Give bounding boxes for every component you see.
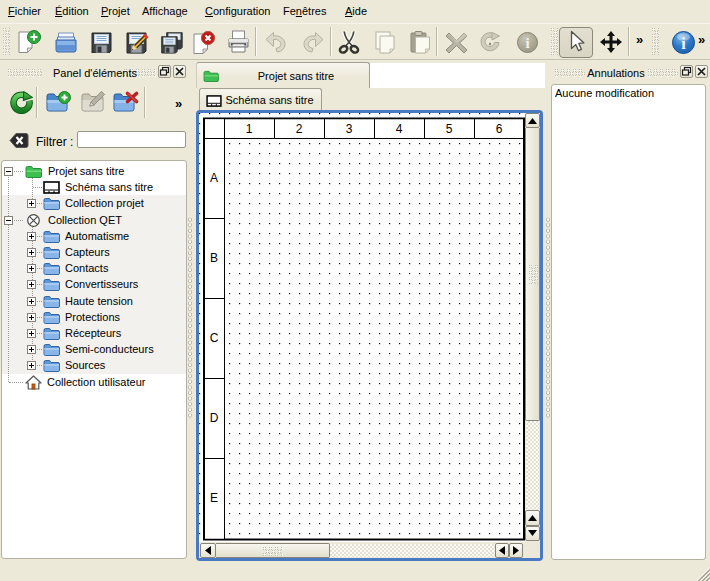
svg-text:6: 6 — [496, 122, 503, 136]
svg-text:B: B — [210, 251, 218, 265]
svg-text:i: i — [681, 35, 686, 52]
svg-text:5: 5 — [446, 122, 453, 136]
svg-text:E: E — [210, 491, 218, 505]
svg-text:C: C — [210, 331, 219, 345]
svg-text:A: A — [210, 171, 218, 185]
svg-text:i: i — [525, 35, 529, 51]
svg-text:4: 4 — [396, 122, 403, 136]
svg-text:2: 2 — [296, 122, 303, 136]
svg-text:1: 1 — [246, 122, 253, 136]
svg-text:D: D — [210, 411, 219, 425]
svg-text:3: 3 — [346, 122, 353, 136]
